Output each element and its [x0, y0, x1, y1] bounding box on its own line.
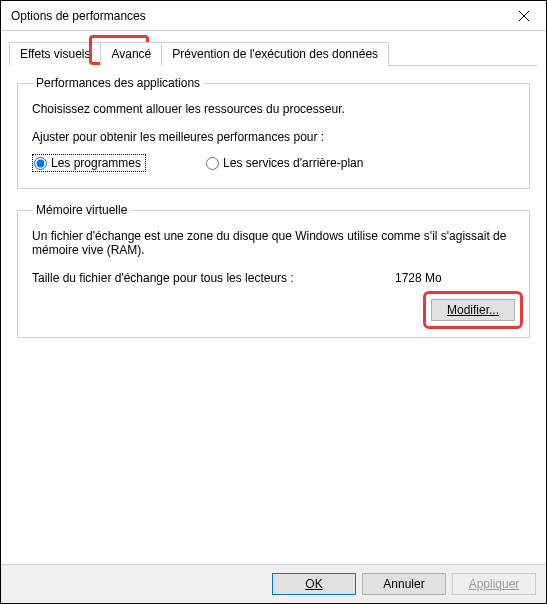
radio-services[interactable]: Les services d'arrière-plan — [206, 156, 363, 170]
cancel-button[interactable]: Annuler — [362, 573, 446, 595]
window-title: Options de performances — [11, 9, 501, 23]
dialog-footer: OK Annuler Appliquer — [1, 564, 546, 603]
close-button[interactable] — [501, 1, 546, 31]
close-icon — [519, 11, 529, 21]
radio-programs[interactable]: Les programmes — [32, 154, 146, 172]
adjust-label: Ajuster pour obtenir les meilleures perf… — [32, 130, 515, 144]
apply-button[interactable]: Appliquer — [452, 573, 536, 595]
tab-content: Performances des applications Choisissez… — [1, 66, 546, 362]
group-virtual-memory: Mémoire virtuelle Un fichier d'échange e… — [17, 203, 530, 338]
legend-virtual-memory: Mémoire virtuelle — [32, 203, 131, 217]
legend-app-performance: Performances des applications — [32, 76, 204, 90]
vm-description: Un fichier d'échange est une zone du dis… — [32, 229, 515, 257]
radio-services-input[interactable] — [206, 157, 219, 170]
tab-visual-effects[interactable]: Effets visuels — [9, 42, 101, 66]
ok-button[interactable]: OK — [272, 573, 356, 595]
vm-size-row: Taille du fichier d'échange pour tous le… — [32, 271, 515, 285]
vm-size-value: 1728 Mo — [395, 271, 515, 285]
radio-group-adjust: Les programmes Les services d'arrière-pl… — [32, 154, 515, 172]
group-app-performance: Performances des applications Choisissez… — [17, 76, 530, 189]
radio-programs-label: Les programmes — [51, 156, 141, 170]
titlebar: Options de performances — [1, 1, 546, 31]
modify-button[interactable]: Modifier... — [431, 299, 515, 321]
tab-dep[interactable]: Prévention de l'exécution des données — [161, 42, 389, 66]
vm-size-label: Taille du fichier d'échange pour tous le… — [32, 271, 395, 285]
tab-advanced[interactable]: Avancé — [100, 42, 162, 66]
tab-strip: Effets visuels Avancé Prévention de l'ex… — [9, 41, 538, 66]
app-perf-description: Choisissez comment allouer les ressource… — [32, 102, 515, 116]
radio-programs-input[interactable] — [34, 157, 47, 170]
radio-services-label: Les services d'arrière-plan — [223, 156, 363, 170]
